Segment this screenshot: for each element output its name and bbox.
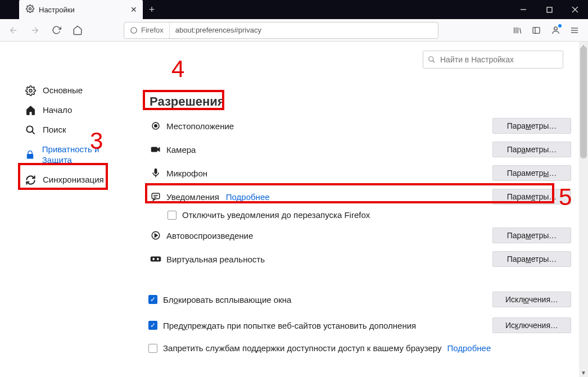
close-window-button[interactable] <box>562 0 588 19</box>
preferences-search[interactable] <box>423 51 563 69</box>
menu-button[interactable] <box>566 21 584 39</box>
url-text: about:preferences#privacy <box>170 26 267 34</box>
tab-title: Настройки <box>39 6 126 14</box>
autoplay-settings-button[interactable]: Параметры… <box>492 228 571 243</box>
svg-point-5 <box>131 27 137 33</box>
preferences-content: Основные Начало Поиск Приватность и Защи… <box>0 42 588 377</box>
svg-line-16 <box>433 61 435 63</box>
scroll-thumb[interactable] <box>580 46 587 158</box>
back-button[interactable] <box>4 21 22 39</box>
sidebar-item-label: Приватность и Защита <box>42 144 126 166</box>
svg-rect-6 <box>533 27 540 33</box>
accessibility-learn-more-link[interactable]: Подробнее <box>447 343 491 353</box>
camera-settings-button[interactable]: Параметры… <box>492 142 571 157</box>
vr-icon <box>148 256 163 262</box>
new-tab-button[interactable]: + <box>143 0 161 19</box>
svg-point-27 <box>152 258 155 260</box>
svg-point-28 <box>157 258 159 260</box>
accessibility-checkbox[interactable] <box>148 344 157 353</box>
browser-toolbar: Firefox about:preferences#privacy <box>0 19 588 42</box>
sidebar-toggle-icon[interactable] <box>527 21 545 39</box>
accessibility-label: Запретить службам поддержки доступности … <box>163 343 441 353</box>
sidebar-item-search[interactable]: Поиск <box>21 120 129 140</box>
permission-row-autoplay: Автовоспроизведение Параметры… <box>146 228 571 243</box>
vertical-scrollbar[interactable]: ▲ ▼ <box>579 42 588 377</box>
popups-exceptions-button[interactable]: Исключения… <box>492 292 571 307</box>
location-icon <box>148 121 163 131</box>
preferences-main: Разрешения Местоположение Параметры… Кам… <box>129 42 588 377</box>
scroll-down-arrow[interactable]: ▼ <box>579 368 588 377</box>
account-icon[interactable] <box>546 21 564 39</box>
sidebar-item-privacy[interactable]: Приватность и Защита <box>21 140 129 170</box>
gear-icon <box>25 85 36 96</box>
sidebar-item-home[interactable]: Начало <box>21 101 129 120</box>
search-icon <box>428 56 436 63</box>
permission-row-microphone: Микрофон Параметры… <box>146 165 571 181</box>
notifications-learn-more-link[interactable]: Подробнее <box>226 192 270 202</box>
forward-button[interactable] <box>26 21 44 39</box>
svg-point-18 <box>155 125 157 128</box>
warn-addons-label: Предупреждать при попытке веб-сайтов уст… <box>163 321 416 330</box>
permission-label: Уведомления <box>166 192 219 202</box>
permission-label: Местоположение <box>166 121 234 131</box>
svg-line-14 <box>31 131 34 134</box>
permission-label: Микрофон <box>166 169 207 178</box>
gear-icon <box>26 4 34 15</box>
address-bar[interactable]: Firefox about:preferences#privacy <box>124 22 438 39</box>
close-tab-icon[interactable]: ✕ <box>130 5 137 14</box>
home-button[interactable] <box>69 21 87 39</box>
sidebar-item-label: Поиск <box>43 125 66 135</box>
reload-button[interactable] <box>47 21 65 39</box>
warn-addons-row: Предупреждать при попытке веб-сайтов уст… <box>146 317 571 333</box>
home-icon <box>25 105 36 116</box>
lock-icon <box>25 150 35 160</box>
minimize-button[interactable] <box>510 0 536 19</box>
sidebar-item-label: Синхронизация <box>43 175 104 185</box>
permission-label: Камера <box>166 145 196 155</box>
search-icon <box>25 125 36 135</box>
notification-icon <box>148 192 163 202</box>
pause-notifications-checkbox[interactable] <box>168 211 177 220</box>
permission-row-vr: Виртуальная реальность Параметры… <box>146 251 571 267</box>
sidebar-item-label: Начало <box>43 105 72 116</box>
svg-rect-22 <box>152 193 160 199</box>
maximize-button[interactable] <box>536 0 562 19</box>
block-popups-checkbox[interactable] <box>148 295 157 304</box>
pause-notifications-label: Отключить уведомления до перезапуска Fir… <box>182 210 370 220</box>
svg-rect-20 <box>155 169 157 174</box>
identity-box[interactable]: Firefox <box>124 22 170 38</box>
camera-icon <box>148 146 163 153</box>
permission-row-notifications: Уведомления Подробнее Параметры… <box>146 189 571 205</box>
warn-addons-checkbox[interactable] <box>148 321 157 330</box>
sidebar-item-general[interactable]: Основные <box>21 81 129 101</box>
vr-settings-button[interactable]: Параметры… <box>492 251 571 267</box>
sidebar-item-sync[interactable]: Синхронизация <box>21 170 129 190</box>
svg-point-8 <box>554 27 557 30</box>
block-popups-row: Блокировать всплывающие окна Исключения… <box>146 292 571 307</box>
svg-rect-2 <box>547 7 552 12</box>
microphone-icon <box>148 168 163 178</box>
notifications-settings-button[interactable]: Параметры… <box>492 189 571 205</box>
svg-point-15 <box>429 57 433 61</box>
browser-tab[interactable]: Настройки ✕ <box>19 0 143 19</box>
location-settings-button[interactable]: Параметры… <box>492 118 571 134</box>
permission-row-location: Местоположение Параметры… <box>146 118 571 134</box>
permission-label: Автовоспроизведение <box>166 231 253 240</box>
notifications-pause-row: Отключить уведомления до перезапуска Fir… <box>168 210 571 220</box>
sync-icon <box>25 175 36 185</box>
window-titlebar: Настройки ✕ + <box>0 0 588 19</box>
sidebar-item-label: Основные <box>43 85 83 96</box>
svg-rect-19 <box>151 147 157 152</box>
identity-label: Firefox <box>141 26 164 34</box>
microphone-settings-button[interactable]: Параметры… <box>492 165 571 181</box>
firefox-logo-icon <box>130 26 138 34</box>
permission-row-camera: Камера Параметры… <box>146 142 571 157</box>
accessibility-row: Запретить службам поддержки доступности … <box>146 343 571 353</box>
preferences-search-input[interactable] <box>440 55 558 64</box>
library-icon[interactable] <box>508 21 526 39</box>
addons-exceptions-button[interactable]: Исключения… <box>492 317 571 333</box>
svg-point-0 <box>29 7 31 10</box>
autoplay-icon <box>148 230 163 240</box>
block-popups-label: Блокировать всплывающие окна <box>163 295 291 305</box>
svg-point-13 <box>26 126 33 132</box>
